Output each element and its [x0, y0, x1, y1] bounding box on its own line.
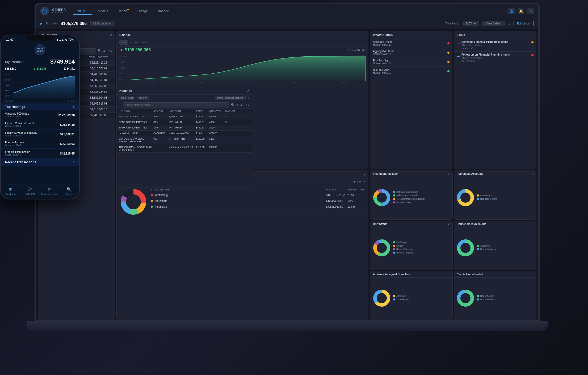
balance-header: Balance ⤢ [117, 31, 368, 39]
exp-table-row[interactable]: Technology $16,121,607.32 26.5% [151, 192, 366, 198]
exp-table-row[interactable]: Financials $7,681,052.59 12.6% [151, 204, 366, 210]
ra-body: Retirement Non-Retirement [454, 177, 536, 218]
holdings-row[interactable]: THE GOLDMAN SACHS G 0% 24 DUE 10/24 Alis… [117, 144, 252, 153]
alert-dot [447, 70, 450, 72]
nav-models[interactable]: Models [94, 8, 112, 15]
holdings-settings-icon[interactable]: ⚙ [247, 97, 250, 99]
x-label-start: 12/31/23 [5, 100, 13, 102]
stat2: ▲ $81,991 [33, 67, 47, 70]
sector-pct: 26.5% [347, 194, 366, 197]
nav-report[interactable]: Report [114, 8, 131, 15]
refresh-icon[interactable]: ↻ [73, 106, 75, 109]
pagination: ◀ 1-10 ▶ [103, 50, 112, 52]
ds-expand[interactable]: ⤢ [448, 223, 450, 226]
save-default-button[interactable]: Save Default [482, 21, 505, 26]
holding-symbol: SPY [153, 126, 169, 129]
task-badge [531, 41, 534, 43]
wealthalerts-header: WealthAlerts® [370, 31, 452, 39]
nav-analyze[interactable]: Analyze [73, 7, 92, 15]
mobile-holding-item[interactable]: Invesco Comstock Fund Other - xx3144 $99… [1, 120, 79, 130]
holdings-search-icon[interactable]: 🔍 [231, 103, 235, 107]
holdings-period-select[interactable]: MAX ▼ [137, 96, 149, 100]
alert-item[interactable]: Risk Too Low Households: ... [370, 67, 452, 76]
task-title: Schedule Financial Planning Meeting [461, 40, 530, 43]
mobile-holding-item[interactable]: Franklin High Income Other - xx3144 $42,… [1, 149, 79, 158]
dashboard-nav-icon: ⊞ [9, 187, 12, 192]
holding-value: $66,859.93 [60, 142, 75, 145]
nav-dashboard[interactable]: ⊞ Dashboard [1, 187, 20, 195]
alert-label: Accounts Drifted [373, 40, 392, 43]
expand-icon[interactable]: ▶ [40, 22, 43, 25]
task-item[interactable]: Schedule Financial Planning Meeting Clie… [454, 39, 536, 52]
task-checkbox[interactable] [457, 54, 460, 57]
time-period-select[interactable]: MAX ▼ [463, 21, 479, 26]
holdings-expand[interactable]: ⤢ [247, 89, 249, 92]
holding-col: HOLDING [119, 110, 153, 112]
nav-manage[interactable]: Manage [154, 8, 173, 15]
ra-expand[interactable]: ⤢ [531, 172, 534, 175]
holding-name: SMITH A O CORP COM [119, 115, 153, 118]
holdings-row[interactable]: VANGUARD DIVIDEND APPRECIATION ETF VIG J… [117, 136, 252, 144]
holding-name: Franklin Income [5, 141, 24, 144]
holdings-period[interactable]: Time Period [119, 96, 135, 100]
edit-layout-button[interactable]: Edit Layout [514, 21, 534, 26]
task-checkbox[interactable] [457, 41, 460, 44]
accounts-select[interactable]: All Accounts ▼ [90, 21, 114, 26]
holding-value: $172,863.96 [58, 114, 75, 117]
prev-icon[interactable]: ◀ [240, 104, 242, 106]
alert-item[interactable]: Risk Too High Households: 10 [370, 57, 452, 67]
bell-icon[interactable]: 🔔 [518, 8, 524, 14]
holdings-grid-icon[interactable]: ⊞ [236, 103, 238, 106]
user-icon[interactable]: 👤 [508, 8, 515, 14]
holdings-row[interactable]: SPDR S&P 500 ETF Trust SPY IRA -xx5554 $… [117, 125, 252, 131]
ia-expand[interactable]: ⤢ [448, 172, 450, 175]
sector-value: $10,343,269.61 [326, 199, 347, 202]
mobile-time: 10:07 [6, 38, 14, 41]
balance-expand[interactable]: ⤢ [363, 34, 366, 36]
holdings-row[interactable]: SMITH A O CORP COM AOS Quincy Trust $79.… [117, 114, 252, 119]
alert-item[interactable]: Aggregation Issue Households: 11 [370, 48, 452, 57]
holding-account: Quincy Trust [169, 115, 196, 118]
holdings-search-input[interactable] [123, 102, 229, 107]
next-icon[interactable]: ▶ [111, 50, 112, 52]
next-page[interactable]: ▶ [364, 180, 366, 183]
households-expand[interactable]: ⤢ [110, 34, 112, 36]
advanced-options-btn[interactable]: Show Advanced Options [215, 96, 246, 100]
holding-market [225, 138, 241, 143]
svg-point-24 [377, 243, 387, 253]
exp-table-row[interactable]: Industrials $10,343,269.61 17% [151, 198, 366, 204]
tasks-panel: Tasks Schedule Financial Planning Meetin… [454, 31, 536, 169]
nav-engage[interactable]: Engage [133, 8, 152, 15]
task-item[interactable]: Follow up on Financial Planning Items Cl… [454, 52, 536, 64]
alert-item[interactable]: Accounts Drifted Households: 37 [370, 39, 452, 48]
period-select[interactable]: MAX [119, 40, 128, 45]
holding-qty: 4000 [209, 121, 225, 123]
balance-secondary: $105,276,366 [348, 48, 366, 52]
ha-header: Householded Accounts [454, 221, 536, 227]
prev-page[interactable]: ◀ [353, 180, 355, 183]
holdings-row[interactable]: Individual -xx4560 CASHUSD Individual -x… [117, 131, 252, 136]
prev-icon[interactable]: ◀ [103, 50, 105, 52]
nav-accounts[interactable]: $≡ Accounts [20, 187, 40, 195]
refresh-transactions-icon[interactable]: ↻ [73, 161, 75, 164]
holdings-filter-icon[interactable]: ⊟ [119, 103, 121, 107]
mobile-holding-item[interactable]: Franklin Income Other - xx3144 $66,859.9… [1, 139, 79, 149]
nav-search[interactable]: 🔍 Search [60, 187, 79, 195]
sector-label: Technology [155, 194, 169, 197]
time-period-label: Time Period: [445, 22, 460, 25]
nav-document-vault[interactable]: ⊡ Document Vault [40, 187, 60, 195]
holdings-row[interactable]: SPDR S&P 500 ETF Trust SPY IRA -xx2112 $… [117, 119, 252, 125]
sector-pct: 17% [347, 199, 366, 202]
settings-icon[interactable]: ⚙ [527, 8, 534, 14]
row-action [107, 61, 112, 64]
mobile-holding-item[interactable]: Fidelity Advisor Technology Other - xx31… [1, 130, 79, 139]
exposure-expand[interactable]: ⤢ [363, 173, 366, 176]
main-grid: Households ⤢ Actions ▼ ⊟ 🔍 [36, 29, 538, 320]
x-label-2: 2/13/19 [197, 81, 204, 84]
alert-count: Households: 11 [373, 53, 394, 56]
mobile-holding-item[interactable]: Vanguard 500 Index Other - xx3144 $172,8… [1, 110, 79, 120]
search-icon[interactable]: 🔍 [98, 49, 101, 53]
balance-title: Balance [119, 33, 131, 36]
next-icon[interactable]: ▶ [248, 104, 250, 106]
holding-name: Individual -xx4560 [119, 132, 153, 135]
